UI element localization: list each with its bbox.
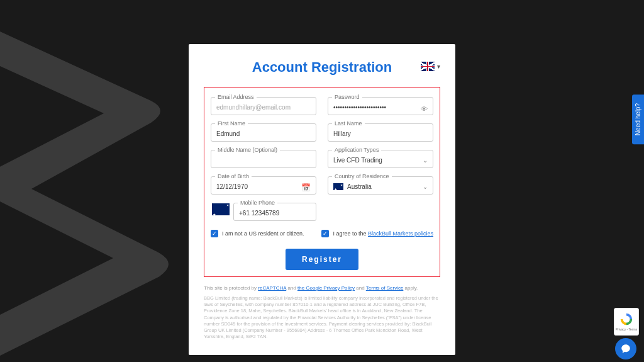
not-us-checkbox-row: ✓ I am not a US resident or citizen. <box>211 230 304 237</box>
privacy-policy-link[interactable]: the Google Privacy Policy <box>297 285 355 291</box>
application-type-value: Live CFD Trading <box>333 157 382 164</box>
background-logo <box>0 6 201 359</box>
register-button[interactable]: Register <box>286 249 358 270</box>
recaptcha-notice: This site is protected by reCAPTCHA and … <box>204 285 440 291</box>
password-fieldset: Password 👁 <box>328 94 433 115</box>
password-input[interactable] <box>328 100 433 115</box>
middle-name-label: Middle Name (Optional) <box>215 147 280 153</box>
language-selector[interactable]: ▾ <box>421 62 440 71</box>
recaptcha-badge[interactable]: Privacy - Terms <box>614 308 639 336</box>
dob-fieldset: Date of Birth 📅 <box>211 173 316 195</box>
application-type-select[interactable]: Live CFD Trading ⌄ <box>328 153 433 167</box>
terms-link[interactable]: Terms of Service <box>366 285 404 291</box>
email-label: Email Address <box>215 94 257 100</box>
not-us-label: I am not a US resident or citizen. <box>222 230 304 237</box>
australia-flag-icon <box>333 183 343 190</box>
last-name-fieldset: Last Name <box>328 120 433 142</box>
legal-disclaimer: BBG Limited (trading name: BlackBull Mar… <box>204 295 440 340</box>
recaptcha-footer-text: Privacy - Terms <box>616 327 637 331</box>
first-name-input[interactable] <box>211 127 316 141</box>
country-value: Australia <box>347 183 372 190</box>
agree-checkbox-row: ✓ I agree to the BlackBull Markets polic… <box>321 230 433 237</box>
email-fieldset: Email Address <box>211 94 316 115</box>
application-type-fieldset: Application Types Live CFD Trading ⌄ <box>328 147 433 168</box>
password-label: Password <box>332 94 362 100</box>
chevron-down-icon: ⌄ <box>423 183 428 190</box>
recaptcha-icon <box>619 312 633 326</box>
modal-header: Account Registration ▾ <box>204 59 440 76</box>
last-name-input[interactable] <box>328 127 433 141</box>
email-input[interactable] <box>211 100 316 115</box>
country-select[interactable]: Australia ⌄ <box>328 179 433 194</box>
application-type-label: Application Types <box>332 147 381 153</box>
phone-label: Mobile Phone <box>238 200 277 206</box>
phone-input[interactable] <box>234 206 316 220</box>
phone-fieldset: Mobile Phone <box>233 200 316 221</box>
agree-checkbox[interactable]: ✓ <box>321 230 329 237</box>
eye-icon[interactable]: 👁 <box>421 105 428 113</box>
first-name-label: First Name <box>215 120 248 127</box>
not-us-checkbox[interactable]: ✓ <box>211 230 218 237</box>
australia-flag-icon <box>212 203 230 215</box>
last-name-label: Last Name <box>332 120 365 127</box>
dob-label: Date of Birth <box>215 173 252 179</box>
calendar-icon[interactable]: 📅 <box>301 183 311 192</box>
agree-prefix: I agree to the <box>333 230 368 237</box>
recaptcha-link[interactable]: reCAPTCHA <box>258 285 286 291</box>
help-tab[interactable]: Need help? <box>632 94 644 144</box>
middle-name-input[interactable] <box>211 153 316 167</box>
chevron-down-icon: ⌄ <box>423 157 428 164</box>
policies-link[interactable]: BlackBull Markets policies <box>368 230 433 237</box>
phone-country-button[interactable] <box>211 201 231 218</box>
country-label: Country of Residence <box>332 173 392 179</box>
registration-form: Email Address Password 👁 First Name <box>204 87 440 277</box>
first-name-fieldset: First Name <box>211 120 316 142</box>
page-title: Account Registration <box>252 59 392 76</box>
registration-modal: Account Registration ▾ Email Address Pas… <box>189 44 455 355</box>
chat-icon <box>620 343 631 354</box>
chat-button[interactable] <box>615 338 636 359</box>
dob-input[interactable] <box>211 179 316 194</box>
uk-flag-icon <box>421 62 435 71</box>
chevron-down-icon: ▾ <box>437 63 440 70</box>
middle-name-fieldset: Middle Name (Optional) <box>211 147 316 168</box>
country-fieldset: Country of Residence Australia ⌄ <box>328 173 433 195</box>
